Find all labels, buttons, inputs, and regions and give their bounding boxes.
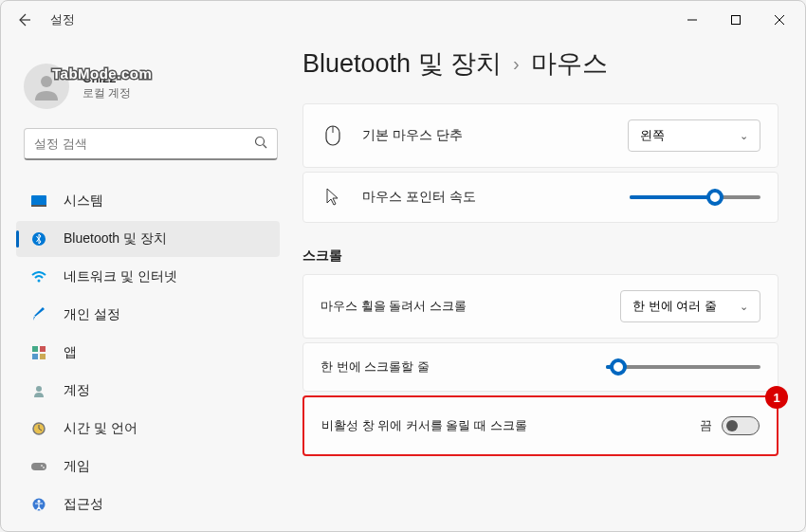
main-content: Chi22 로컬 계정 TabMode.com TabMode.com bbox=[1, 39, 805, 531]
nav-item-bluetooth[interactable]: Bluetooth 및 장치 bbox=[16, 221, 280, 257]
wheel-scroll-setting[interactable]: 마우스 휠을 돌려서 스크롤 한 번에 여러 줄 ⌄ bbox=[302, 274, 779, 339]
primary-button-setting: 기본 마우스 단추 왼쪽 ⌄ bbox=[302, 103, 779, 168]
dropdown-value: 왼쪽 bbox=[640, 127, 665, 144]
svg-rect-0 bbox=[732, 16, 741, 25]
nav-item-system[interactable]: 시스템 bbox=[16, 183, 280, 219]
wifi-icon bbox=[29, 267, 48, 286]
nav-label: 개인 설정 bbox=[64, 306, 120, 323]
nav-item-personalization[interactable]: 개인 설정 bbox=[16, 297, 280, 333]
window-title: 설정 bbox=[50, 11, 75, 28]
maximize-button[interactable] bbox=[714, 1, 758, 39]
user-type: 로컬 계정 bbox=[82, 85, 131, 101]
system-icon bbox=[29, 192, 48, 211]
nav-label: 네트워크 및 인터넷 bbox=[64, 268, 177, 285]
close-icon bbox=[775, 15, 784, 25]
content-area: Bluetooth 및 장치 › 마우스 기본 마우스 단추 왼쪽 ⌄ bbox=[285, 39, 805, 531]
annotation-badge: 1 bbox=[765, 386, 788, 409]
pointer-speed-label: 마우스 포인터 속도 bbox=[362, 189, 476, 206]
svg-rect-4 bbox=[31, 205, 46, 207]
wheel-scroll-label: 마우스 휠을 돌려서 스크롤 bbox=[321, 298, 467, 315]
toggle-state-text: 끔 bbox=[700, 417, 712, 434]
pointer-speed-setting: 마우스 포인터 속도 bbox=[302, 172, 779, 223]
hover-scroll-label: 비활성 창 위에 커서를 올릴 때 스크롤 bbox=[321, 417, 527, 434]
avatar bbox=[24, 64, 69, 109]
svg-point-6 bbox=[38, 280, 41, 283]
svg-rect-3 bbox=[31, 195, 46, 206]
user-info: Chi22 로컬 계정 bbox=[82, 71, 131, 101]
chevron-right-icon: › bbox=[513, 53, 520, 75]
breadcrumb-current: 마우스 bbox=[531, 46, 608, 81]
nav-item-network[interactable]: 네트워크 및 인터넷 bbox=[16, 259, 280, 295]
chevron-down-icon: ⌄ bbox=[740, 130, 748, 142]
close-button[interactable] bbox=[758, 1, 801, 39]
gaming-icon bbox=[29, 457, 48, 476]
person-icon bbox=[30, 70, 63, 102]
svg-point-11 bbox=[36, 386, 42, 392]
breadcrumb: Bluetooth 및 장치 › 마우스 bbox=[302, 46, 779, 81]
lines-slider[interactable] bbox=[606, 365, 760, 369]
lines-label: 한 번에 스크롤할 줄 bbox=[321, 358, 430, 376]
arrow-left-icon bbox=[16, 12, 31, 28]
nav-label: 접근성 bbox=[64, 496, 103, 513]
svg-point-14 bbox=[41, 465, 43, 467]
nav-item-accessibility[interactable]: 접근성 bbox=[16, 486, 280, 523]
mouse-icon bbox=[321, 125, 345, 146]
accounts-icon bbox=[29, 381, 48, 400]
paintbrush-icon bbox=[29, 305, 48, 324]
hover-scroll-toggle[interactable] bbox=[722, 416, 760, 435]
nav-label: 앱 bbox=[64, 344, 77, 361]
svg-point-2 bbox=[256, 138, 265, 146]
user-section[interactable]: Chi22 로컬 계정 TabMode.com TabMode.com bbox=[16, 48, 285, 128]
svg-point-17 bbox=[38, 500, 41, 503]
svg-point-15 bbox=[43, 467, 45, 468]
toggle-knob bbox=[726, 420, 738, 431]
sidebar: Chi22 로컬 계정 TabMode.com TabMode.com bbox=[1, 39, 285, 531]
minimize-icon bbox=[687, 15, 697, 25]
svg-rect-9 bbox=[32, 354, 38, 359]
search-icon bbox=[254, 136, 267, 152]
bluetooth-icon bbox=[29, 229, 48, 248]
dropdown-value: 한 번에 여러 줄 bbox=[632, 298, 717, 315]
nav-label: 시스템 bbox=[64, 193, 103, 210]
user-name: Chi22 bbox=[82, 71, 131, 85]
chevron-down-icon: ⌄ bbox=[740, 301, 748, 313]
settings-window: 설정 Chi22 bbox=[0, 0, 806, 532]
back-button[interactable] bbox=[5, 1, 43, 39]
svg-rect-7 bbox=[32, 346, 38, 352]
lines-at-time-setting: 한 번에 스크롤할 줄 bbox=[302, 342, 779, 392]
accessibility-icon bbox=[29, 495, 48, 514]
scroll-heading: 스크롤 bbox=[302, 248, 779, 265]
svg-rect-13 bbox=[31, 463, 46, 470]
hover-scroll-toggle-group: 끔 bbox=[700, 416, 760, 435]
clock-icon bbox=[29, 419, 48, 438]
primary-button-label: 기본 마우스 단추 bbox=[362, 127, 463, 144]
search-box[interactable] bbox=[24, 128, 278, 160]
minimize-button[interactable] bbox=[670, 1, 714, 39]
window-controls bbox=[670, 1, 801, 39]
nav-list: 시스템 Bluetooth 및 장치 네트워크 및 인터넷 bbox=[16, 181, 285, 524]
nav-item-accounts[interactable]: 계정 bbox=[16, 373, 280, 409]
nav-item-gaming[interactable]: 게임 bbox=[16, 449, 280, 485]
search-input[interactable] bbox=[34, 137, 254, 151]
breadcrumb-parent[interactable]: Bluetooth 및 장치 bbox=[302, 46, 502, 81]
nav-label: 계정 bbox=[64, 382, 90, 399]
nav-label: 시간 및 언어 bbox=[64, 420, 137, 437]
hover-scroll-setting[interactable]: 비활성 창 위에 커서를 올릴 때 스크롤 끔 1 bbox=[302, 395, 779, 456]
wheel-scroll-dropdown[interactable]: 한 번에 여러 줄 ⌄ bbox=[620, 290, 760, 322]
svg-rect-10 bbox=[40, 354, 46, 359]
primary-button-dropdown[interactable]: 왼쪽 ⌄ bbox=[628, 119, 760, 152]
maximize-icon bbox=[731, 15, 741, 25]
pointer-speed-slider[interactable] bbox=[630, 195, 760, 199]
cursor-icon bbox=[321, 188, 345, 207]
nav-label: Bluetooth 및 장치 bbox=[64, 230, 167, 248]
nav-item-time-language[interactable]: 시간 및 언어 bbox=[16, 411, 280, 447]
titlebar: 설정 bbox=[1, 1, 805, 39]
apps-icon bbox=[29, 343, 48, 362]
nav-label: 게임 bbox=[64, 458, 90, 475]
svg-point-1 bbox=[41, 76, 52, 87]
nav-item-apps[interactable]: 앱 bbox=[16, 335, 280, 371]
svg-rect-8 bbox=[40, 346, 46, 352]
